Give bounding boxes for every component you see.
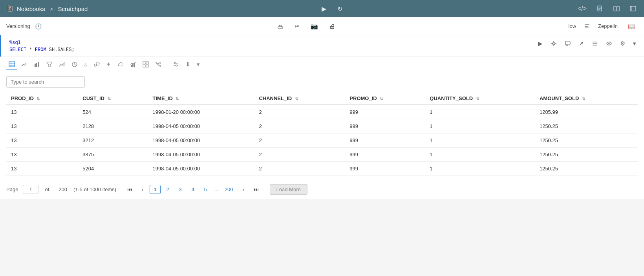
code-view-button[interactable]: </> bbox=[576, 4, 588, 14]
svg-rect-6 bbox=[630, 6, 636, 11]
svg-rect-39 bbox=[131, 65, 132, 67]
col-time-id[interactable]: TIME_ID ⇅ bbox=[148, 92, 254, 105]
breadcrumb-notebooks[interactable]: Notebooks bbox=[17, 5, 45, 12]
pag-page-4-button[interactable]: 4 bbox=[187, 185, 198, 194]
table-cell: 1998-04-05 00:00:00 bbox=[148, 133, 254, 148]
pag-page-1-button[interactable]: 1 bbox=[150, 185, 161, 194]
table-cell: 999 bbox=[345, 162, 425, 176]
viz-combo-button[interactable] bbox=[128, 60, 139, 69]
code-content[interactable]: %sql SELECT * FROM SH.SALES; bbox=[6, 39, 75, 53]
cell-settings-button[interactable]: ⚙ bbox=[618, 39, 627, 48]
viz-table-button[interactable] bbox=[6, 59, 17, 69]
table-body: 135241998-01-20 00:00:00299911205.991321… bbox=[6, 105, 638, 176]
toolbar: Versioning 🕐 ✂ 📷 🖨 low Zeppelin 📖 bbox=[0, 17, 644, 35]
search-input[interactable] bbox=[6, 76, 85, 88]
pag-page-3-button[interactable]: 3 bbox=[175, 185, 186, 194]
viz-line-button[interactable] bbox=[19, 60, 30, 69]
sort-icon-promo-id[interactable]: ⇅ bbox=[380, 97, 383, 101]
camera-button[interactable]: 📷 bbox=[308, 21, 320, 31]
cell-run-button[interactable]: ▶ bbox=[536, 39, 544, 48]
table-row: 1332121998-04-05 00:00:00299911250.25 bbox=[6, 133, 638, 148]
total-pages: 200 bbox=[59, 186, 67, 192]
table-header-row: PROD_ID ⇅ CUST_ID ⇅ TIME_ID ⇅ CHANNEL_ID… bbox=[6, 92, 638, 105]
print-button[interactable]: 🖨 bbox=[327, 21, 337, 31]
sort-icon-channel-id[interactable]: ⇅ bbox=[295, 97, 298, 101]
sort-icon-amount-sold[interactable]: ⇅ bbox=[582, 97, 585, 101]
col-quantity-sold[interactable]: QUANTITY_SOLD ⇅ bbox=[425, 92, 535, 105]
code-query: SELECT * FROM SH.SALES; bbox=[9, 46, 75, 53]
svg-rect-44 bbox=[143, 65, 145, 67]
sort-icon-quantity-sold[interactable]: ⇅ bbox=[476, 97, 479, 101]
table-cell: 1 bbox=[425, 119, 535, 133]
table-header: PROD_ID ⇅ CUST_ID ⇅ TIME_ID ⇅ CHANNEL_ID… bbox=[6, 92, 638, 105]
breadcrumb-scratchpad[interactable]: Scratchpad bbox=[58, 5, 88, 12]
pag-last-button[interactable]: ⏭ bbox=[251, 185, 262, 194]
document-button[interactable] bbox=[595, 4, 605, 13]
viz-wordcloud-button[interactable] bbox=[115, 60, 126, 69]
cell-view-button[interactable] bbox=[604, 40, 614, 48]
pag-page-2-button[interactable]: 2 bbox=[162, 185, 173, 194]
sort-icon-time-id[interactable]: ⇅ bbox=[176, 97, 179, 101]
table-cell: 1998-04-05 00:00:00 bbox=[148, 162, 254, 176]
svg-point-56 bbox=[176, 65, 177, 66]
table-cell: 1998-04-05 00:00:00 bbox=[148, 148, 254, 162]
cut-button[interactable]: ✂ bbox=[292, 21, 302, 31]
table-cell: 524 bbox=[78, 105, 148, 119]
viz-bar-button[interactable] bbox=[31, 60, 42, 69]
viz-download-button[interactable]: ⬇ bbox=[183, 59, 193, 69]
col-amount-sold[interactable]: AMOUNT_SOLD ⇅ bbox=[535, 92, 638, 105]
table-cell: 1250.25 bbox=[535, 119, 638, 133]
pagination-buttons: ⏮ ‹ 1 2 3 4 5 ... 200 › ⏭ bbox=[124, 185, 262, 194]
col-cust-id[interactable]: CUST_ID ⇅ bbox=[78, 92, 148, 105]
viz-area-button[interactable] bbox=[57, 60, 68, 69]
pag-next-button[interactable]: › bbox=[238, 185, 249, 194]
viz-bubble-button[interactable] bbox=[91, 60, 102, 69]
refresh-button[interactable]: ↻ bbox=[336, 4, 344, 14]
versioning-history-button[interactable]: 🕐 bbox=[33, 22, 44, 31]
cell-settings-dropdown-button[interactable]: ▾ bbox=[631, 39, 638, 48]
viz-radial-button[interactable]: ✦ bbox=[104, 59, 113, 69]
svg-rect-4 bbox=[614, 6, 616, 11]
table-cell: 2 bbox=[254, 148, 345, 162]
run-button[interactable]: ▶ bbox=[320, 4, 328, 14]
viz-settings2-button[interactable] bbox=[170, 60, 181, 69]
viz-scatter-button[interactable]: ▵ bbox=[82, 59, 90, 69]
viz-network-button[interactable] bbox=[153, 60, 164, 69]
load-more-button[interactable]: Load More bbox=[270, 184, 307, 195]
sort-icon-prod-id[interactable]: ⇅ bbox=[37, 97, 40, 101]
toolbar-left: Versioning 🕐 bbox=[6, 22, 44, 31]
viz-filter-button[interactable] bbox=[44, 60, 55, 69]
col-promo-id[interactable]: PROMO_ID ⇅ bbox=[345, 92, 425, 105]
svg-rect-5 bbox=[617, 6, 619, 11]
code-lang-prefix: %sql bbox=[9, 39, 75, 46]
table-cell: 1 bbox=[425, 162, 535, 176]
eraser-button[interactable] bbox=[275, 22, 286, 31]
sort-icon-cust-id[interactable]: ⇅ bbox=[108, 97, 111, 101]
cell-list-button[interactable] bbox=[590, 40, 600, 48]
pag-prev-button[interactable]: ‹ bbox=[137, 185, 148, 194]
table-cell: 2 bbox=[254, 133, 345, 148]
svg-point-46 bbox=[157, 64, 159, 65]
split-layout-button[interactable] bbox=[612, 4, 621, 13]
table-row: 1333751998-04-05 00:00:00299911250.25 bbox=[6, 148, 638, 162]
col-prod-id[interactable]: PROD_ID ⇅ bbox=[6, 92, 78, 105]
zeppelin-icon-button[interactable]: 📖 bbox=[626, 21, 638, 31]
items-info: (1-5 of 1000 items) bbox=[73, 186, 116, 192]
page-label: Page bbox=[6, 186, 18, 192]
page-input[interactable] bbox=[23, 185, 38, 194]
data-container: PROD_ID ⇅ CUST_ID ⇅ TIME_ID ⇅ CHANNEL_ID… bbox=[0, 72, 644, 180]
svg-rect-41 bbox=[134, 63, 135, 67]
viz-download-dropdown-button[interactable]: ▾ bbox=[194, 59, 202, 69]
viz-heatmap-button[interactable] bbox=[140, 60, 151, 69]
panel-toggle-button[interactable] bbox=[628, 4, 638, 13]
pag-last-page-button[interactable]: 200 bbox=[221, 185, 236, 194]
cell-commit-button[interactable] bbox=[549, 40, 558, 48]
paragraph-mode-label: low bbox=[569, 23, 576, 29]
pag-first-button[interactable]: ⏮ bbox=[124, 185, 135, 194]
cell-expand-button[interactable]: ↗ bbox=[577, 39, 585, 48]
viz-pie-button[interactable] bbox=[69, 60, 80, 69]
col-channel-id[interactable]: CHANNEL_ID ⇅ bbox=[254, 92, 345, 105]
svg-point-24 bbox=[607, 42, 611, 45]
pag-page-5-button[interactable]: 5 bbox=[200, 185, 211, 194]
cell-comment-button[interactable] bbox=[563, 40, 573, 48]
